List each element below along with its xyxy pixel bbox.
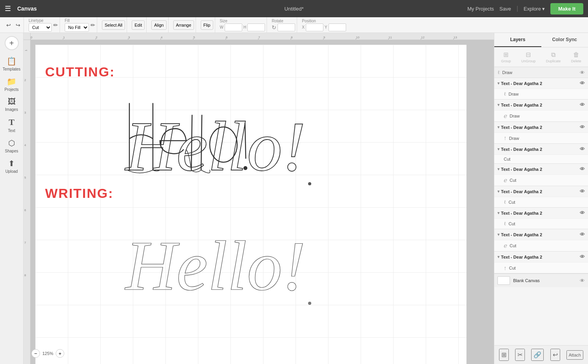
layer-child-3[interactable]: ↑ Draw — [494, 132, 588, 143]
sidebar-item-templates[interactable]: 📋 Templates — [2, 54, 22, 74]
layer-eye-4[interactable]: 👁 — [580, 146, 585, 152]
layer-eye-7[interactable]: 👁 — [580, 210, 585, 216]
explore-btn[interactable]: Explore ▾ — [524, 6, 545, 12]
zoom-out-button[interactable]: − — [31, 349, 40, 358]
panel-attach-button[interactable]: Attach — [566, 350, 583, 360]
layer-parent-3[interactable]: ▾ Text - Dear Agatha 2 👁 — [494, 122, 588, 132]
panel-link-button[interactable]: 🔗 — [531, 349, 544, 361]
zoom-in-button[interactable]: + — [56, 349, 64, 358]
layer-eye-1[interactable]: 👁 — [580, 80, 585, 86]
parent-label-9: Text - Dear Agatha 2 — [501, 255, 578, 259]
layer-parent-8[interactable]: ▾ Text - Dear Agatha 2 👁 — [494, 229, 588, 240]
child-icon-9: ↑ — [504, 264, 507, 271]
child-icon-8: ℯ — [504, 242, 507, 249]
select-all-button[interactable]: Select All — [102, 20, 125, 30]
expand-icon-6: ▾ — [497, 189, 499, 194]
blank-canvas-eye[interactable]: 👁 — [580, 278, 585, 284]
layer-eye-8[interactable]: 👁 — [580, 232, 585, 237]
layer-parent-4[interactable]: ▾ Text - Dear Agatha 2 👁 — [494, 144, 588, 154]
layer-group-3: ▾ Text - Dear Agatha 2 👁 ↑ Draw — [494, 122, 588, 144]
expand-icon-3: ▾ — [497, 125, 499, 129]
make-it-button[interactable]: Make It — [550, 3, 583, 14]
new-button[interactable]: + — [5, 36, 19, 50]
duplicate-button[interactable]: ⧉ Duplicate — [544, 50, 563, 64]
layer-eye-9[interactable]: 👁 — [580, 254, 585, 260]
layer-eye-icon[interactable]: 👁 — [580, 70, 585, 76]
x-position-input[interactable] — [306, 24, 323, 31]
linetype-select[interactable]: Cut Draw Score — [29, 23, 52, 32]
layer-child-5[interactable]: ℯ Cut — [494, 174, 588, 186]
sidebar-item-projects[interactable]: 📁 Projects — [2, 74, 22, 94]
save-link[interactable]: Save — [499, 6, 511, 12]
tab-color-sync[interactable]: Color Sync — [541, 33, 588, 47]
sidebar-item-upload[interactable]: ⬆ Upload — [2, 156, 22, 176]
flip-button[interactable]: Flip — [201, 20, 213, 30]
fill-select[interactable]: No Fill Fill — [65, 23, 89, 32]
layer-eye-2[interactable]: 👁 — [580, 102, 585, 108]
canvas-scroll[interactable]: CUTTING: — [31, 40, 494, 364]
layer-child-6[interactable]: ℓ Cut — [494, 197, 588, 207]
layer-eye-6[interactable]: 👁 — [580, 188, 585, 194]
child-icon-4: Cut — [504, 157, 510, 161]
layer-child-2[interactable]: ℯ Draw — [494, 110, 588, 121]
cutting-label: CUTTING: — [45, 64, 115, 80]
align-button[interactable]: Align — [151, 20, 166, 30]
layer-parent-1[interactable]: ▾ Text - Dear Agatha 2 👁 — [494, 78, 588, 89]
zoom-controls: − 125% + — [31, 349, 64, 358]
arrange-button[interactable]: Arrange — [173, 20, 194, 30]
parent-label-5: Text - Dear Agatha 2 — [501, 167, 578, 172]
panel-grid-button[interactable]: ⊞ — [499, 349, 509, 361]
layer-group-5: ▾ Text - Dear Agatha 2 👁 ℯ Cut — [494, 164, 588, 186]
layer-parent-7[interactable]: ▾ Text - Dear Agatha 2 👁 — [494, 208, 588, 218]
layer-child-7[interactable]: ℓ Cut — [494, 218, 588, 229]
svg-text:4: 4 — [161, 36, 163, 39]
svg-text:Hello!: Hello! — [125, 107, 306, 185]
svg-point-41 — [308, 302, 311, 305]
svg-text:Hello!: Hello! — [125, 227, 306, 305]
sidebar-item-images[interactable]: 🖼 Images — [2, 95, 22, 114]
group-button[interactable]: ⊞ Group — [499, 50, 513, 64]
layer-child-9[interactable]: ↑ Cut — [494, 262, 588, 273]
edit-button[interactable]: Edit — [132, 20, 145, 30]
blank-canvas-label: Blank Canvas — [513, 278, 577, 283]
layer-parent-5[interactable]: ▾ Text - Dear Agatha 2 👁 — [494, 164, 588, 174]
svg-text:8: 8 — [24, 273, 26, 277]
my-projects-link[interactable]: My Projects — [467, 6, 494, 12]
layer-child-8[interactable]: ℯ Cut — [494, 240, 588, 251]
width-input[interactable] — [225, 24, 242, 31]
blank-canvas-thumb — [497, 276, 510, 285]
y-position-input[interactable] — [328, 24, 346, 31]
layer-child-draw-top[interactable]: ℓ Draw 👁 — [494, 67, 588, 78]
svg-text:3: 3 — [128, 36, 130, 39]
expand-icon-7: ▾ — [497, 211, 499, 215]
panel-scissors-button[interactable]: ✂ — [515, 349, 525, 361]
tab-layers[interactable]: Layers — [494, 33, 541, 47]
child-icon-7: ℓ — [504, 221, 506, 227]
delete-button[interactable]: 🗑 Delete — [569, 50, 584, 64]
rotate-input[interactable] — [278, 24, 295, 31]
layer-child-4[interactable]: Cut — [494, 154, 588, 163]
layer-eye-5[interactable]: 👁 — [580, 166, 585, 172]
sidebar-item-text[interactable]: T Text — [2, 115, 22, 135]
layer-child-1[interactable]: ℓ Draw — [494, 89, 588, 99]
fill-label: Fill — [65, 18, 89, 23]
undo-button[interactable]: ↩ — [5, 21, 13, 29]
text-icon: T — [9, 117, 15, 127]
svg-text:1: 1 — [24, 49, 28, 51]
parent-label-3: Text - Dear Agatha 2 — [501, 125, 578, 130]
layer-parent-9[interactable]: ▾ Text - Dear Agatha 2 👁 — [494, 252, 588, 262]
layer-parent-6[interactable]: ▾ Text - Dear Agatha 2 👁 — [494, 186, 588, 197]
images-icon: 🖼 — [8, 97, 16, 106]
sidebar-item-shapes[interactable]: ⬡ Shapes — [2, 136, 22, 156]
ungroup-button[interactable]: ⊟ UnGroup — [519, 50, 538, 64]
panel-undo-button[interactable]: ↩ — [550, 349, 560, 361]
layer-parent-2[interactable]: ▾ Text - Dear Agatha 2 👁 — [494, 100, 588, 110]
layer-group-4: ▾ Text - Dear Agatha 2 👁 Cut — [494, 144, 588, 164]
height-input[interactable] — [247, 24, 265, 31]
project-title[interactable]: Untitled* — [284, 6, 303, 12]
menu-icon[interactable]: ☰ — [5, 4, 11, 13]
redo-button[interactable]: ↪ — [14, 21, 22, 29]
blank-canvas-row[interactable]: Blank Canvas 👁 — [494, 273, 588, 287]
layer-eye-3[interactable]: 👁 — [580, 124, 585, 130]
toolbar: ↩ ↪ Linetype Cut Draw Score ✏ Fill No Fi… — [0, 17, 588, 33]
